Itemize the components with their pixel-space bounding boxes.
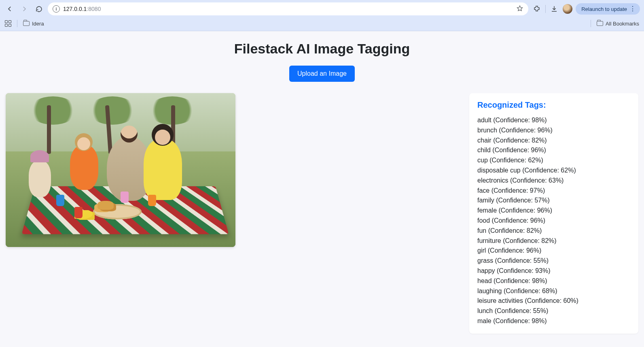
browser-chrome: i 127.0.0.1:8080 Relaunch to update ⋮ Id… bbox=[0, 0, 644, 31]
bookmark-folder-idera[interactable]: Idera bbox=[23, 21, 44, 27]
tag-item: brunch (Confidence: 96%) bbox=[477, 126, 630, 136]
tag-item: female (Confidence: 96%) bbox=[477, 206, 630, 216]
page-title: Filestack AI Image Tagging bbox=[6, 41, 638, 57]
apps-grid-icon[interactable] bbox=[5, 20, 11, 27]
tag-item: disposable cup (Confidence: 62%) bbox=[477, 166, 630, 176]
bookmark-star-icon[interactable] bbox=[516, 5, 523, 13]
tag-item: cup (Confidence: 62%) bbox=[477, 155, 630, 166]
forward-button[interactable] bbox=[19, 3, 30, 15]
folder-icon bbox=[23, 21, 30, 26]
downloads-icon[interactable] bbox=[549, 4, 559, 14]
address-host: 127.0.0.1:8080 bbox=[63, 6, 101, 12]
reload-button[interactable] bbox=[33, 3, 44, 15]
tag-item: grass (Confidence: 55%) bbox=[477, 256, 630, 266]
separator bbox=[591, 20, 591, 27]
all-bookmarks[interactable]: All Bookmarks bbox=[597, 21, 639, 27]
address-bar[interactable]: i 127.0.0.1:8080 bbox=[48, 2, 528, 15]
profile-avatar[interactable] bbox=[563, 4, 572, 14]
tag-item: fun (Confidence: 82%) bbox=[477, 226, 630, 236]
tag-item: food (Confidence: 96%) bbox=[477, 216, 630, 226]
tag-item: child (Confidence: 96%) bbox=[477, 145, 630, 155]
tag-item: adult (Confidence: 98%) bbox=[477, 115, 630, 126]
uploaded-image-preview bbox=[6, 93, 235, 247]
extensions-icon[interactable] bbox=[532, 4, 542, 14]
menu-dots-icon: ⋮ bbox=[629, 6, 636, 12]
tags-panel: Recognized Tags: adult (Confidence: 98%)… bbox=[469, 93, 638, 334]
tag-item: chair (Confidence: 82%) bbox=[477, 136, 630, 146]
tag-item: happy (Confidence: 93%) bbox=[477, 266, 630, 276]
tag-item: furniture (Confidence: 82%) bbox=[477, 236, 630, 246]
back-button[interactable] bbox=[4, 3, 15, 15]
tag-item: family (Confidence: 57%) bbox=[477, 196, 630, 206]
bookmarks-bar: Idera All Bookmarks bbox=[0, 18, 644, 31]
all-bookmarks-label: All Bookmarks bbox=[606, 21, 639, 27]
folder-icon bbox=[597, 21, 603, 26]
tag-item: male (Confidence: 98%) bbox=[477, 316, 630, 326]
page-content: Filestack AI Image Tagging Upload an Ima… bbox=[0, 31, 644, 334]
tag-item: electronics (Confidence: 63%) bbox=[477, 176, 630, 186]
tag-item: face (Confidence: 97%) bbox=[477, 186, 630, 196]
separator bbox=[17, 20, 17, 27]
tags-list: adult (Confidence: 98%)brunch (Confidenc… bbox=[477, 115, 630, 326]
tag-item: leisure activities (Confidence: 60%) bbox=[477, 296, 630, 306]
tag-item: head (Confidence: 98%) bbox=[477, 276, 630, 286]
relaunch-label: Relaunch to update bbox=[581, 6, 627, 12]
tags-heading: Recognized Tags: bbox=[477, 100, 630, 110]
relaunch-button[interactable]: Relaunch to update ⋮ bbox=[576, 3, 640, 15]
site-info-icon[interactable]: i bbox=[53, 5, 60, 13]
tag-item: laughing (Confidence: 68%) bbox=[477, 286, 630, 296]
browser-toolbar: i 127.0.0.1:8080 Relaunch to update ⋮ bbox=[0, 0, 644, 18]
tag-item: girl (Confidence: 96%) bbox=[477, 246, 630, 256]
tag-item: lunch (Confidence: 55%) bbox=[477, 306, 630, 316]
separator bbox=[545, 5, 546, 13]
upload-button[interactable]: Upload an Image bbox=[289, 66, 355, 82]
bookmark-label: Idera bbox=[32, 21, 44, 27]
